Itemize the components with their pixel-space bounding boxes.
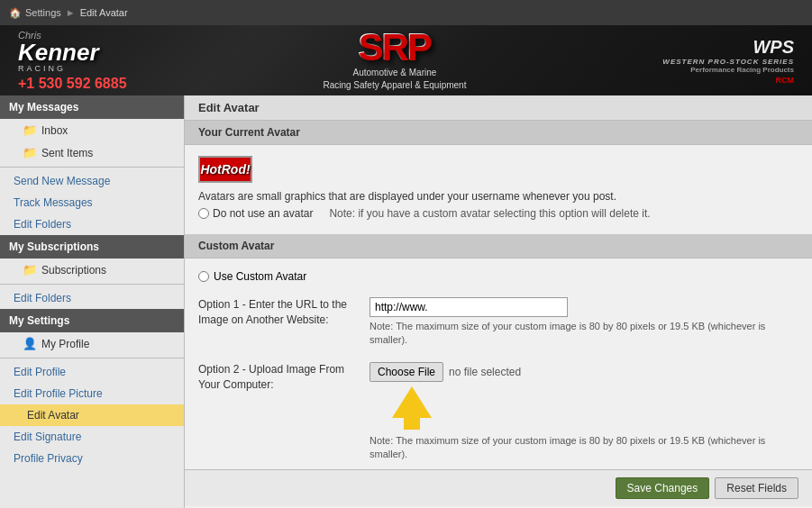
arrow-indicator <box>392 386 432 430</box>
option1-row: Option 1 - Enter the URL to the Image on… <box>185 290 812 355</box>
file-choose-row: Choose File no file selected <box>370 362 798 382</box>
my-settings-section: My Settings <box>0 309 184 332</box>
sidebar-item-my-profile[interactable]: 👤 My Profile <box>0 332 184 355</box>
tagline-line1: Automotive & Marine <box>353 68 437 77</box>
sidebar-item-inbox[interactable]: 📁 Inbox <box>0 119 184 141</box>
arrow-container <box>392 386 798 430</box>
subscriptions-label: Subscriptions <box>41 264 106 277</box>
use-custom-option[interactable]: Use Custom Avatar <box>185 263 812 290</box>
no-avatar-radio[interactable] <box>198 208 209 219</box>
profile-user-icon: 👤 <box>23 337 37 350</box>
reset-fields-button[interactable]: Reset Fields <box>715 477 798 499</box>
sidebar-item-profile-privacy[interactable]: Profile Privacy <box>0 448 184 469</box>
my-profile-label: My Profile <box>41 338 89 350</box>
avatar-preview: HotRod! <box>198 156 252 183</box>
sidebar-item-edit-folders-messages[interactable]: Edit Folders <box>0 213 184 235</box>
sent-folder-icon: 📁 <box>23 146 37 159</box>
choose-file-button[interactable]: Choose File <box>370 362 443 382</box>
url-input[interactable] <box>370 297 568 317</box>
current-avatar-title: Your Current Avatar <box>185 121 812 145</box>
avatar-description-text: Avatars are small graphics that are disp… <box>198 190 798 203</box>
avatar-image-label: HotRod! <box>200 162 250 177</box>
my-messages-section: My Messages <box>0 95 184 119</box>
messages-divider <box>0 167 184 168</box>
sidebar-item-sent[interactable]: 📁 Sent Items <box>0 141 184 164</box>
page-title: Edit Avatar <box>185 95 812 121</box>
wps-sub: WESTERN PRO-STOCK SERIES <box>662 58 794 66</box>
no-avatar-option[interactable]: Do not use an avatar <box>198 207 313 220</box>
option1-content: Note: The maximum size of your custom im… <box>370 297 798 348</box>
no-file-text: no file selected <box>449 366 521 378</box>
custom-avatar-title: Custom Avatar <box>185 234 812 259</box>
footer-buttons: Save Changes Reset Fields <box>185 469 812 506</box>
subscriptions-folder-icon: 📁 <box>23 263 37 277</box>
brand-sub: RACING <box>18 64 127 73</box>
sent-label: Sent Items <box>41 147 93 159</box>
content-area: Edit Avatar Your Current Avatar HotRod! … <box>185 95 812 508</box>
banner-center: SRP Automotive & Marine Racing Safety Ap… <box>323 29 466 92</box>
file-note: Note: The maximum size of your custom im… <box>370 434 798 462</box>
no-avatar-row: Do not use an avatar Note: if you have a… <box>198 207 798 220</box>
no-avatar-label: Do not use an avatar <box>213 207 313 220</box>
subs-divider <box>0 284 184 285</box>
banner-right: WPS WESTERN PRO-STOCK SERIES Performance… <box>662 37 794 85</box>
option2-content: Choose File no file selected Note: The m… <box>370 362 798 462</box>
srp-logo: SRP <box>323 29 466 67</box>
sidebar: My Messages 📁 Inbox 📁 Sent Items Send Ne… <box>0 95 185 508</box>
sidebar-item-subscriptions[interactable]: 📁 Subscriptions <box>0 259 184 281</box>
tagline-line2: Racing Safety Apparel & Equipment <box>323 80 466 90</box>
inbox-label: Inbox <box>41 124 68 137</box>
use-custom-radio[interactable] <box>198 271 209 282</box>
breadcrumb-current: Edit Avatar <box>80 7 128 18</box>
brand-name: Kenner <box>18 41 127 64</box>
inbox-folder-icon: 📁 <box>23 123 37 137</box>
custom-avatar-section: Use Custom Avatar Option 1 - Enter the U… <box>185 263 812 469</box>
breadcrumb-settings[interactable]: Settings <box>25 7 61 18</box>
arrow-shaft-shape <box>404 416 420 430</box>
sidebar-item-track-messages[interactable]: Track Messages <box>0 192 184 213</box>
option2-row: Option 2 - Upload Image From Your Comput… <box>185 355 812 469</box>
sidebar-item-send-message[interactable]: Send New Message <box>0 170 184 192</box>
current-avatar-body: HotRod! Avatars are small graphics that … <box>185 145 812 234</box>
option2-label: Option 2 - Upload Image From Your Comput… <box>198 362 360 393</box>
url-note: Note: The maximum size of your custom im… <box>370 320 798 348</box>
banner-phone: +1 530 592 6885 <box>18 76 127 92</box>
settings-divider <box>0 358 184 358</box>
banner-tagline: Automotive & Marine Racing Safety Appare… <box>323 67 466 92</box>
rcm-badge: RCM <box>662 76 794 85</box>
save-changes-button[interactable]: Save Changes <box>616 477 710 499</box>
banner: Chris Kenner RACING +1 530 592 6885 SRP … <box>0 25 812 95</box>
wps-small: Performance Racing Products <box>662 66 794 74</box>
main-layout: My Messages 📁 Inbox 📁 Sent Items Send Ne… <box>0 95 812 508</box>
wps-logo: WPS <box>662 37 794 58</box>
arrow-up-shape <box>392 386 432 418</box>
sidebar-item-edit-folders-subs[interactable]: Edit Folders <box>0 287 184 309</box>
sidebar-item-edit-avatar[interactable]: Edit Avatar <box>0 404 184 426</box>
sidebar-item-edit-profile-picture[interactable]: Edit Profile Picture <box>0 383 184 404</box>
breadcrumb-separator: ► <box>66 7 76 18</box>
use-custom-label: Use Custom Avatar <box>214 270 306 283</box>
home-icon: 🏠 <box>9 7 22 19</box>
no-avatar-note: Note: if you have a custom avatar select… <box>329 207 650 220</box>
sidebar-item-edit-signature[interactable]: Edit Signature <box>0 426 184 448</box>
breadcrumb-bar: 🏠 Settings ► Edit Avatar <box>0 0 812 25</box>
banner-left: Chris Kenner RACING +1 530 592 6885 <box>18 30 127 92</box>
option1-label: Option 1 - Enter the URL to the Image on… <box>198 297 360 328</box>
my-subscriptions-section: My Subscriptions <box>0 235 184 259</box>
edit-avatar-label: Edit Avatar <box>23 409 79 422</box>
sidebar-item-edit-profile[interactable]: Edit Profile <box>0 361 184 383</box>
